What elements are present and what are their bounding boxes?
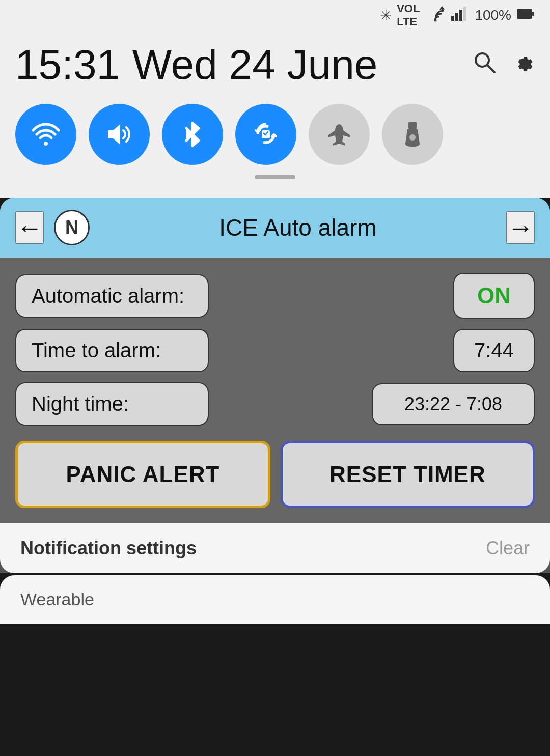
battery-percentage: 100%: [475, 7, 511, 23]
quick-settings-panel: 15:31 Wed 24 June: [0, 31, 550, 198]
night-time-value[interactable]: 23:22 - 7:08: [372, 383, 535, 425]
action-buttons-row: PANIC ALERT RESET TIMER: [15, 441, 535, 508]
date-display: Wed 24 June: [132, 41, 378, 88]
forward-arrow-button[interactable]: →: [506, 211, 535, 244]
svg-point-0: [434, 19, 437, 21]
sound-toggle[interactable]: [89, 104, 150, 165]
signal-bars-icon: [451, 7, 470, 24]
wifi-toggle[interactable]: [15, 104, 76, 165]
svg-rect-7: [532, 12, 534, 16]
dark-background: [0, 624, 550, 664]
night-time-row: Night time: 23:22 - 7:08: [15, 382, 535, 426]
svg-rect-6: [517, 9, 532, 19]
time-to-alarm-label: Time to alarm:: [15, 329, 209, 372]
header-action-icons: [473, 50, 535, 79]
clock-display: 15:31: [15, 41, 120, 88]
status-bar: ✳ VOLLTE 100%: [0, 0, 550, 31]
settings-button[interactable]: [511, 50, 535, 79]
flashlight-toggle[interactable]: [382, 104, 443, 165]
battery-icon: [516, 7, 535, 24]
bluetooth-icon: ✳: [380, 7, 392, 24]
bluetooth-toggle[interactable]: [162, 104, 223, 165]
drag-handle: [15, 170, 535, 182]
time-to-alarm-value[interactable]: 7:44: [453, 329, 535, 372]
wearable-section: Wearable: [0, 575, 550, 624]
clear-button[interactable]: Clear: [486, 538, 530, 559]
auto-rotate-toggle[interactable]: [235, 104, 296, 165]
automatic-alarm-row: Automatic alarm: ON: [15, 273, 535, 319]
svg-rect-3: [455, 13, 458, 21]
svg-rect-4: [459, 10, 462, 21]
app-icon: N: [54, 210, 90, 245]
lte-icon: VOLLTE: [397, 2, 420, 29]
reset-timer-button[interactable]: RESET TIMER: [281, 441, 535, 508]
svg-line-9: [487, 65, 494, 72]
notification-header: ← N ICE Auto alarm →: [0, 198, 550, 258]
svg-rect-5: [463, 7, 466, 21]
notification-title: ICE Auto alarm: [100, 214, 496, 241]
time-to-alarm-row: Time to alarm: 7:44: [15, 329, 535, 372]
back-arrow-button[interactable]: ←: [15, 211, 44, 244]
automatic-alarm-label: Automatic alarm:: [15, 274, 209, 318]
status-icons: ✳ VOLLTE 100%: [380, 2, 535, 29]
panic-alert-button[interactable]: PANIC ALERT: [15, 441, 270, 508]
notification-bottom-bar: Notification settings Clear: [0, 523, 550, 573]
wearable-label: Wearable: [20, 590, 94, 609]
search-button[interactable]: [473, 50, 496, 79]
wifi-signal-icon: [425, 6, 446, 25]
airplane-mode-toggle[interactable]: [309, 104, 370, 165]
time-date-row: 15:31 Wed 24 June: [15, 41, 535, 89]
quick-toggles-row: [15, 104, 535, 165]
notification-settings-button[interactable]: Notification settings: [20, 538, 197, 559]
notification-body: Automatic alarm: ON Time to alarm: 7:44 …: [0, 258, 550, 523]
svg-point-13: [409, 134, 416, 141]
time-date-display: 15:31 Wed 24 June: [15, 41, 377, 89]
svg-rect-2: [451, 16, 454, 21]
automatic-alarm-value[interactable]: ON: [453, 273, 535, 319]
svg-rect-12: [408, 122, 417, 129]
notification-card: ← N ICE Auto alarm → Automatic alarm: ON…: [0, 198, 550, 573]
night-time-label: Night time:: [15, 382, 209, 426]
